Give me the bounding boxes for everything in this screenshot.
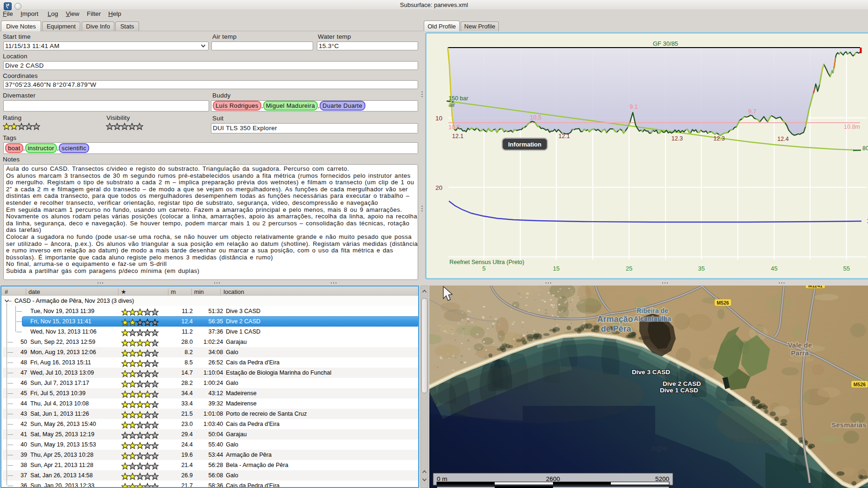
svg-text:55: 55 [843,265,850,272]
svg-text:12.1: 12.1 [452,133,463,139]
svg-text:M526: M526 [854,382,866,387]
svg-text:Reefnet Sensus Ultra (Preto): Reefnet Sensus Ultra (Preto) [449,259,525,265]
svg-text:de Pêra: de Pêra [601,324,631,334]
svg-text:9.7: 9.7 [748,108,756,115]
svg-text:0 m: 0 m [437,475,448,482]
svg-text:25: 25 [626,265,632,272]
svg-text:ogle: ogle [651,444,667,453]
svg-text:Alcantarilha: Alcantarilha [634,315,671,322]
svg-text:12.1: 12.1 [559,133,570,139]
svg-text:10.5: 10.5 [530,114,541,121]
svg-text:10: 10 [435,115,442,122]
svg-text:12.3: 12.3 [672,135,683,142]
svg-text:Vale de: Vale de [788,341,812,349]
svg-text:12.4: 12.4 [777,136,789,142]
svg-text:20: 20 [435,184,442,191]
svg-text:10.8: 10.8 [448,124,460,131]
svg-text:M526: M526 [717,300,729,306]
svg-text:9.1: 9.1 [630,104,637,110]
svg-text:Dive 3 CASD: Dive 3 CASD [632,369,670,376]
svg-text:35: 35 [698,265,705,272]
svg-text:air: air [448,102,455,108]
svg-text:© 2013 Googl: © 2013 Googl [730,437,781,446]
svg-text:Armação: Armação [597,314,633,324]
svg-text:GF 30/85: GF 30/85 [653,40,678,47]
svg-text:Dive 2 CASD: Dive 2 CASD [663,380,701,387]
svg-text:10.8m: 10.8m [844,124,860,130]
svg-text:Information: Information [508,141,542,148]
svg-text:15: 15 [553,265,560,272]
svg-text:Dive 1 CASD: Dive 1 CASD [660,387,698,394]
svg-text:Sesmarias: Sesmarias [831,421,866,429]
svg-text:5200: 5200 [655,475,669,482]
svg-text:12.3: 12.3 [714,135,725,142]
svg-text:80: 80 [862,145,868,152]
svg-text:150 bar: 150 bar [448,95,468,102]
svg-text:2600: 2600 [546,475,560,482]
svg-text:M1241: M1241 [808,286,823,288]
svg-text:Parra: Parra [791,349,809,357]
svg-text:Ribeira de: Ribeira de [637,307,668,314]
svg-text:45: 45 [771,265,777,272]
svg-text:5: 5 [482,265,485,272]
